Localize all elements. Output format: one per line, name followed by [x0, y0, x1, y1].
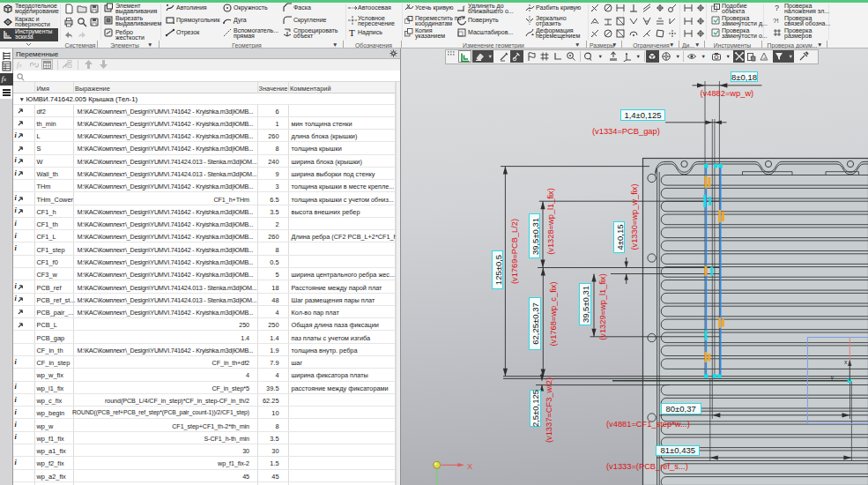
- svg-text:y: y: [831, 374, 835, 381]
- svg-text:?: ?: [775, 4, 779, 12]
- svg-text:x: x: [844, 359, 848, 365]
- svg-text:T: T: [349, 27, 355, 38]
- svg-text:?!: ?!: [773, 17, 779, 25]
- svg-text:X: X: [467, 461, 473, 471]
